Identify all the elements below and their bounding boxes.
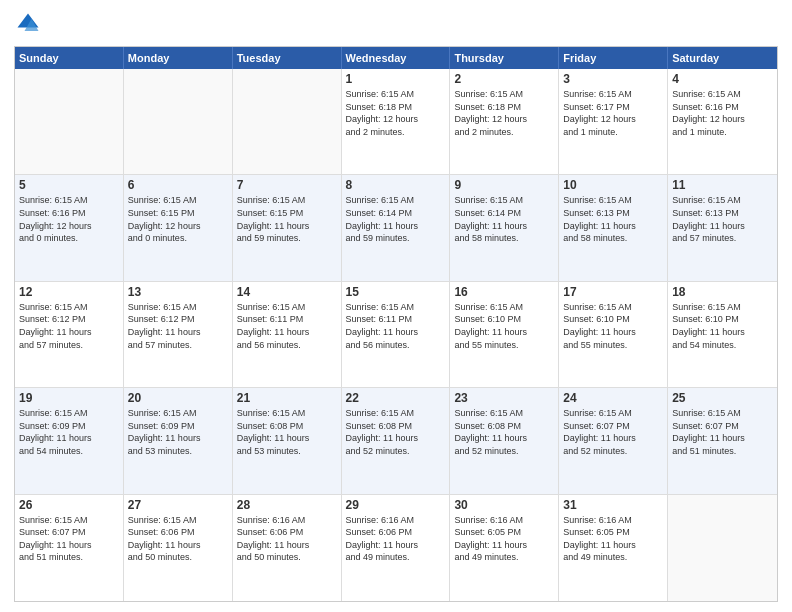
cell-info: Sunrise: 6:16 AM Sunset: 6:06 PM Dayligh… <box>346 514 446 564</box>
cal-cell-1-6: 11Sunrise: 6:15 AM Sunset: 6:13 PM Dayli… <box>668 175 777 280</box>
day-number: 23 <box>454 391 554 405</box>
day-number: 21 <box>237 391 337 405</box>
day-number: 1 <box>346 72 446 86</box>
day-number: 29 <box>346 498 446 512</box>
week-row-1: 5Sunrise: 6:15 AM Sunset: 6:16 PM Daylig… <box>15 175 777 281</box>
cell-info: Sunrise: 6:15 AM Sunset: 6:10 PM Dayligh… <box>672 301 773 351</box>
cal-cell-0-1 <box>124 69 233 174</box>
day-number: 13 <box>128 285 228 299</box>
day-number: 17 <box>563 285 663 299</box>
cell-info: Sunrise: 6:15 AM Sunset: 6:13 PM Dayligh… <box>563 194 663 244</box>
day-header-sunday: Sunday <box>15 47 124 69</box>
day-header-monday: Monday <box>124 47 233 69</box>
cal-cell-4-4: 30Sunrise: 6:16 AM Sunset: 6:05 PM Dayli… <box>450 495 559 601</box>
cell-info: Sunrise: 6:15 AM Sunset: 6:09 PM Dayligh… <box>128 407 228 457</box>
cell-info: Sunrise: 6:15 AM Sunset: 6:15 PM Dayligh… <box>128 194 228 244</box>
day-number: 8 <box>346 178 446 192</box>
cal-cell-4-3: 29Sunrise: 6:16 AM Sunset: 6:06 PM Dayli… <box>342 495 451 601</box>
cal-cell-1-3: 8Sunrise: 6:15 AM Sunset: 6:14 PM Daylig… <box>342 175 451 280</box>
cal-cell-1-4: 9Sunrise: 6:15 AM Sunset: 6:14 PM Daylig… <box>450 175 559 280</box>
day-number: 18 <box>672 285 773 299</box>
cal-cell-2-1: 13Sunrise: 6:15 AM Sunset: 6:12 PM Dayli… <box>124 282 233 387</box>
cal-cell-2-6: 18Sunrise: 6:15 AM Sunset: 6:10 PM Dayli… <box>668 282 777 387</box>
cal-cell-2-0: 12Sunrise: 6:15 AM Sunset: 6:12 PM Dayli… <box>15 282 124 387</box>
day-header-thursday: Thursday <box>450 47 559 69</box>
cal-cell-0-6: 4Sunrise: 6:15 AM Sunset: 6:16 PM Daylig… <box>668 69 777 174</box>
cal-cell-0-4: 2Sunrise: 6:15 AM Sunset: 6:18 PM Daylig… <box>450 69 559 174</box>
cell-info: Sunrise: 6:15 AM Sunset: 6:16 PM Dayligh… <box>672 88 773 138</box>
calendar-header: SundayMondayTuesdayWednesdayThursdayFrid… <box>15 47 777 69</box>
cal-cell-3-0: 19Sunrise: 6:15 AM Sunset: 6:09 PM Dayli… <box>15 388 124 493</box>
cal-cell-3-2: 21Sunrise: 6:15 AM Sunset: 6:08 PM Dayli… <box>233 388 342 493</box>
cal-cell-0-0 <box>15 69 124 174</box>
day-number: 16 <box>454 285 554 299</box>
day-number: 24 <box>563 391 663 405</box>
cell-info: Sunrise: 6:15 AM Sunset: 6:08 PM Dayligh… <box>237 407 337 457</box>
cal-cell-1-5: 10Sunrise: 6:15 AM Sunset: 6:13 PM Dayli… <box>559 175 668 280</box>
cal-cell-1-2: 7Sunrise: 6:15 AM Sunset: 6:15 PM Daylig… <box>233 175 342 280</box>
cal-cell-4-0: 26Sunrise: 6:15 AM Sunset: 6:07 PM Dayli… <box>15 495 124 601</box>
cell-info: Sunrise: 6:15 AM Sunset: 6:18 PM Dayligh… <box>346 88 446 138</box>
cell-info: Sunrise: 6:15 AM Sunset: 6:12 PM Dayligh… <box>128 301 228 351</box>
cell-info: Sunrise: 6:15 AM Sunset: 6:08 PM Dayligh… <box>346 407 446 457</box>
cell-info: Sunrise: 6:15 AM Sunset: 6:18 PM Dayligh… <box>454 88 554 138</box>
cell-info: Sunrise: 6:15 AM Sunset: 6:07 PM Dayligh… <box>672 407 773 457</box>
cal-cell-0-2 <box>233 69 342 174</box>
day-number: 2 <box>454 72 554 86</box>
day-number: 11 <box>672 178 773 192</box>
cell-info: Sunrise: 6:15 AM Sunset: 6:15 PM Dayligh… <box>237 194 337 244</box>
cal-cell-2-4: 16Sunrise: 6:15 AM Sunset: 6:10 PM Dayli… <box>450 282 559 387</box>
week-row-4: 26Sunrise: 6:15 AM Sunset: 6:07 PM Dayli… <box>15 495 777 601</box>
calendar: SundayMondayTuesdayWednesdayThursdayFrid… <box>14 46 778 602</box>
day-number: 20 <box>128 391 228 405</box>
calendar-body: 1Sunrise: 6:15 AM Sunset: 6:18 PM Daylig… <box>15 69 777 601</box>
page: SundayMondayTuesdayWednesdayThursdayFrid… <box>0 0 792 612</box>
day-header-friday: Friday <box>559 47 668 69</box>
cal-cell-3-5: 24Sunrise: 6:15 AM Sunset: 6:07 PM Dayli… <box>559 388 668 493</box>
logo <box>14 10 46 38</box>
day-number: 4 <box>672 72 773 86</box>
cal-cell-2-2: 14Sunrise: 6:15 AM Sunset: 6:11 PM Dayli… <box>233 282 342 387</box>
cell-info: Sunrise: 6:15 AM Sunset: 6:14 PM Dayligh… <box>346 194 446 244</box>
cal-cell-0-5: 3Sunrise: 6:15 AM Sunset: 6:17 PM Daylig… <box>559 69 668 174</box>
cell-info: Sunrise: 6:15 AM Sunset: 6:17 PM Dayligh… <box>563 88 663 138</box>
cell-info: Sunrise: 6:16 AM Sunset: 6:05 PM Dayligh… <box>563 514 663 564</box>
day-number: 6 <box>128 178 228 192</box>
cal-cell-2-5: 17Sunrise: 6:15 AM Sunset: 6:10 PM Dayli… <box>559 282 668 387</box>
day-number: 3 <box>563 72 663 86</box>
cell-info: Sunrise: 6:15 AM Sunset: 6:13 PM Dayligh… <box>672 194 773 244</box>
cell-info: Sunrise: 6:15 AM Sunset: 6:11 PM Dayligh… <box>237 301 337 351</box>
cell-info: Sunrise: 6:15 AM Sunset: 6:12 PM Dayligh… <box>19 301 119 351</box>
cal-cell-1-1: 6Sunrise: 6:15 AM Sunset: 6:15 PM Daylig… <box>124 175 233 280</box>
cal-cell-0-3: 1Sunrise: 6:15 AM Sunset: 6:18 PM Daylig… <box>342 69 451 174</box>
cal-cell-3-1: 20Sunrise: 6:15 AM Sunset: 6:09 PM Dayli… <box>124 388 233 493</box>
week-row-0: 1Sunrise: 6:15 AM Sunset: 6:18 PM Daylig… <box>15 69 777 175</box>
cell-info: Sunrise: 6:15 AM Sunset: 6:10 PM Dayligh… <box>563 301 663 351</box>
day-number: 9 <box>454 178 554 192</box>
cell-info: Sunrise: 6:15 AM Sunset: 6:06 PM Dayligh… <box>128 514 228 564</box>
day-number: 26 <box>19 498 119 512</box>
cal-cell-1-0: 5Sunrise: 6:15 AM Sunset: 6:16 PM Daylig… <box>15 175 124 280</box>
cell-info: Sunrise: 6:15 AM Sunset: 6:10 PM Dayligh… <box>454 301 554 351</box>
day-number: 14 <box>237 285 337 299</box>
cal-cell-4-6 <box>668 495 777 601</box>
logo-icon <box>14 10 42 38</box>
day-number: 31 <box>563 498 663 512</box>
day-number: 25 <box>672 391 773 405</box>
day-number: 5 <box>19 178 119 192</box>
cal-cell-2-3: 15Sunrise: 6:15 AM Sunset: 6:11 PM Dayli… <box>342 282 451 387</box>
cal-cell-4-1: 27Sunrise: 6:15 AM Sunset: 6:06 PM Dayli… <box>124 495 233 601</box>
cal-cell-3-3: 22Sunrise: 6:15 AM Sunset: 6:08 PM Dayli… <box>342 388 451 493</box>
day-number: 19 <box>19 391 119 405</box>
cell-info: Sunrise: 6:15 AM Sunset: 6:16 PM Dayligh… <box>19 194 119 244</box>
cell-info: Sunrise: 6:15 AM Sunset: 6:14 PM Dayligh… <box>454 194 554 244</box>
day-header-saturday: Saturday <box>668 47 777 69</box>
cell-info: Sunrise: 6:15 AM Sunset: 6:07 PM Dayligh… <box>19 514 119 564</box>
week-row-2: 12Sunrise: 6:15 AM Sunset: 6:12 PM Dayli… <box>15 282 777 388</box>
day-number: 12 <box>19 285 119 299</box>
cell-info: Sunrise: 6:15 AM Sunset: 6:08 PM Dayligh… <box>454 407 554 457</box>
header <box>14 10 778 38</box>
day-header-tuesday: Tuesday <box>233 47 342 69</box>
day-number: 15 <box>346 285 446 299</box>
cell-info: Sunrise: 6:15 AM Sunset: 6:09 PM Dayligh… <box>19 407 119 457</box>
